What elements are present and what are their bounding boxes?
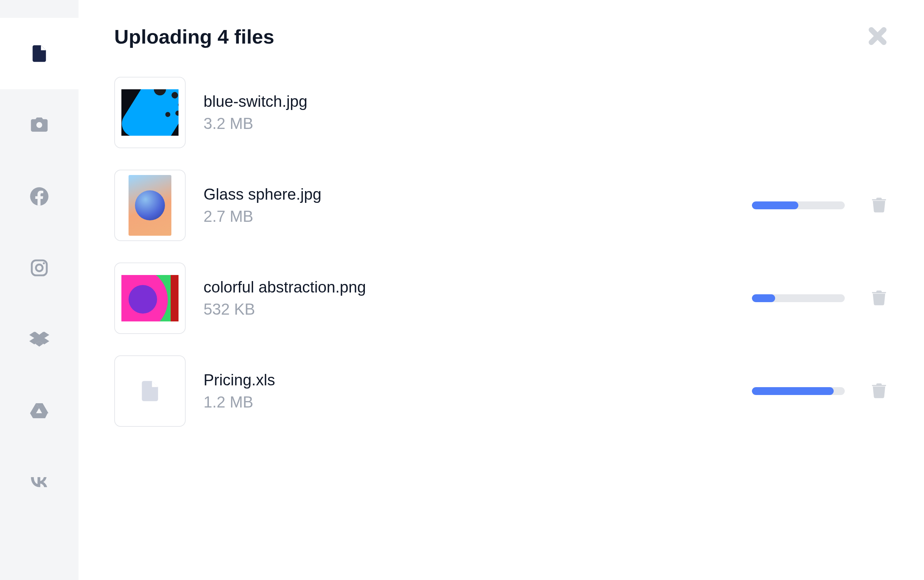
close-icon [867, 25, 888, 47]
file-size: 1.2 MB [204, 393, 734, 411]
dropbox-icon [29, 329, 49, 349]
file-name: Glass sphere.jpg [204, 185, 734, 203]
source-instagram[interactable] [0, 232, 79, 303]
file-meta: Pricing.xls 1.2 MB [204, 371, 734, 411]
source-vk[interactable] [0, 447, 79, 518]
close-button[interactable] [867, 25, 888, 48]
svg-point-0 [36, 122, 42, 128]
trash-icon [870, 195, 888, 214]
google-drive-icon [29, 401, 49, 421]
source-camera[interactable] [0, 89, 79, 161]
instagram-icon [29, 258, 49, 278]
svg-point-3 [36, 265, 43, 272]
thumbnail-image [122, 89, 179, 136]
file-icon [29, 44, 49, 64]
upload-progress-bar [752, 387, 834, 395]
upload-progress-bar [752, 294, 775, 302]
source-sidebar [0, 0, 79, 580]
file-thumbnail[interactable] [114, 77, 186, 148]
file-name: blue-switch.jpg [204, 92, 888, 110]
upload-progress [752, 201, 845, 209]
source-facebook[interactable] [0, 161, 79, 232]
delete-button[interactable] [870, 381, 888, 401]
file-name: colorful abstraction.png [204, 278, 734, 296]
thumbnail-image [128, 175, 171, 236]
file-meta: colorful abstraction.png 532 KB [204, 278, 734, 318]
file-row: blue-switch.jpg 3.2 MB [114, 77, 888, 148]
file-actions [752, 381, 888, 401]
upload-progress [752, 387, 845, 395]
camera-icon [29, 115, 49, 135]
facebook-icon [29, 186, 49, 206]
file-size: 2.7 MB [204, 208, 734, 225]
panel-title: Uploading 4 files [114, 25, 274, 48]
vk-icon [29, 472, 49, 492]
trash-icon [870, 381, 888, 400]
upload-progress-bar [752, 201, 798, 209]
file-row: Pricing.xls 1.2 MB [114, 355, 888, 427]
delete-button[interactable] [870, 195, 888, 215]
file-meta: blue-switch.jpg 3.2 MB [204, 92, 888, 132]
source-dropbox[interactable] [0, 303, 79, 375]
file-row: colorful abstraction.png 532 KB [114, 262, 888, 334]
file-thumbnail[interactable] [114, 170, 186, 241]
file-name: Pricing.xls [204, 371, 734, 389]
thumbnail-image [122, 275, 179, 321]
file-meta: Glass sphere.jpg 2.7 MB [204, 185, 734, 225]
delete-button[interactable] [870, 288, 888, 308]
file-actions [752, 288, 888, 308]
file-size: 3.2 MB [204, 115, 888, 132]
upload-panel: Uploading 4 files blue-switch.jpg 3.2 MB [79, 0, 924, 580]
file-thumbnail[interactable] [114, 355, 186, 427]
document-icon [138, 376, 162, 406]
panel-header: Uploading 4 files [114, 25, 888, 48]
svg-point-4 [43, 262, 45, 264]
trash-icon [870, 288, 888, 307]
file-thumbnail[interactable] [114, 262, 186, 334]
source-google-drive[interactable] [0, 375, 79, 447]
source-local-files[interactable] [0, 18, 79, 89]
file-row: Glass sphere.jpg 2.7 MB [114, 170, 888, 241]
file-actions [752, 195, 888, 215]
file-size: 532 KB [204, 300, 734, 318]
upload-progress [752, 294, 845, 302]
file-list: blue-switch.jpg 3.2 MB Glass sphere.jpg … [114, 77, 888, 427]
